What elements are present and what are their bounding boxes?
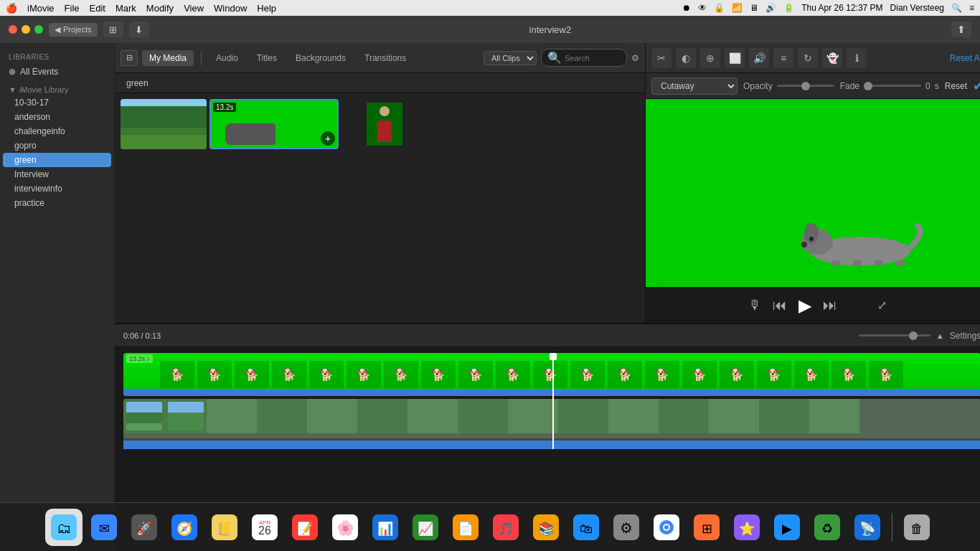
help-menu[interactable]: Help — [257, 3, 276, 14]
dock-pages[interactable]: 📄 — [447, 509, 484, 546]
sidebar-item-10-30-17[interactable]: 10-30-17 — [0, 95, 114, 110]
dog-preview — [774, 197, 932, 269]
settings-button[interactable]: Settings — [950, 331, 980, 341]
dock-photos[interactable]: 🌸 — [326, 509, 364, 546]
clip-green-dog[interactable]: 13.2s + — [209, 99, 339, 149]
filter-icon[interactable]: 👻 — [822, 48, 842, 68]
hue-icon[interactable]: ⊕ — [700, 48, 720, 68]
info-icon[interactable]: ℹ — [847, 48, 867, 68]
dock-mosaic[interactable]: ⊞ — [688, 509, 725, 546]
tab-backgrounds[interactable]: Backgrounds — [288, 50, 353, 66]
view-menu[interactable]: View — [184, 3, 204, 14]
dock-imovie[interactable]: ⭐ — [728, 509, 765, 546]
reset-all-button[interactable]: Reset All — [950, 53, 980, 63]
dock-launchpad[interactable]: 🚀 — [126, 509, 163, 546]
dock-mail[interactable]: ✉ — [85, 509, 123, 546]
skip-back-button[interactable]: ⏮ — [773, 297, 787, 314]
reset-button[interactable]: Reset — [945, 81, 967, 91]
cutaway-bar: Cutaway Opacity Fade 0 s Reset ✔ — [646, 73, 980, 99]
dock-appstore[interactable]: 🛍 — [567, 509, 605, 546]
fullscreen-button[interactable]: ⤢ — [877, 298, 887, 312]
park-frame-12 — [659, 399, 709, 433]
file-menu[interactable]: File — [65, 3, 80, 14]
list-icon[interactable]: ≡ — [969, 3, 974, 13]
minimize-button[interactable] — [22, 25, 30, 34]
tab-titles[interactable]: Titles — [250, 50, 284, 66]
sidebar-item-all-events[interactable]: ⊕ All Events — [0, 64, 114, 80]
dock-reminders[interactable]: 📝 — [286, 509, 324, 546]
filter-button[interactable]: ⚙ — [631, 53, 639, 63]
svg-rect-7 — [875, 260, 883, 266]
clips-select[interactable]: All Clips — [484, 51, 537, 65]
mark-menu[interactable]: Mark — [116, 3, 136, 14]
svg-rect-6 — [853, 260, 862, 266]
track-frame-19: 🐕 — [831, 361, 866, 388]
modify-menu[interactable]: Modify — [146, 3, 174, 14]
grid-toggle-button[interactable]: ⊟ — [121, 50, 138, 66]
maximize-button[interactable] — [34, 25, 43, 34]
search-bar[interactable]: 🔍 — [541, 49, 627, 67]
fade-slider[interactable] — [864, 85, 921, 87]
dock-quicktime[interactable]: ▶ — [768, 509, 806, 546]
dock-chrome[interactable] — [648, 509, 685, 546]
stabilize-icon[interactable]: ⬜ — [725, 48, 745, 68]
zoom-slider[interactable] — [859, 334, 930, 336]
clip-park[interactable] — [121, 99, 207, 149]
confirm-button[interactable]: ✔ — [973, 78, 980, 94]
sidebar-item-interviewinfo[interactable]: interviewinfo — [0, 182, 114, 196]
sidebar-item-practice[interactable]: practice — [0, 196, 114, 210]
crop-icon[interactable]: ✂ — [651, 48, 672, 68]
window-menu[interactable]: Window — [214, 3, 247, 14]
close-button[interactable] — [9, 25, 17, 34]
rotate-icon[interactable]: ↻ — [798, 48, 818, 68]
dock-music[interactable]: 🎵 — [487, 509, 524, 546]
dock-books[interactable]: 📚 — [527, 509, 565, 546]
tab-my-media[interactable]: My Media — [142, 50, 194, 66]
dock-calendar[interactable]: APR26 — [246, 509, 283, 546]
skip-forward-button[interactable]: ⏭ — [823, 297, 837, 314]
dock-safari[interactable]: 🧭 — [166, 509, 203, 546]
play-button[interactable]: ▶ — [798, 296, 811, 316]
mic-button[interactable]: 🎙 — [748, 298, 761, 313]
clip-person[interactable] — [341, 99, 428, 149]
edit-menu[interactable]: Edit — [90, 3, 105, 14]
park-frame-7 — [407, 399, 458, 433]
track-frame-9: 🐕 — [458, 361, 493, 388]
back-icon: ◀ — [55, 25, 60, 34]
dock-finder[interactable]: 🗂 — [45, 509, 83, 546]
search-input[interactable] — [565, 54, 622, 62]
projects-button[interactable]: ◀ Projects — [49, 23, 98, 37]
dock-trash[interactable]: 🗑 — [898, 509, 936, 546]
svg-point-4 — [809, 237, 814, 241]
sidebar-item-challengeinfo[interactable]: challengeinfo — [0, 124, 114, 138]
grid-view-button[interactable]: ⊞ — [103, 22, 123, 37]
tab-transitions[interactable]: Transitions — [357, 50, 413, 66]
sidebar-item-green[interactable]: green — [3, 153, 111, 167]
svg-point-43 — [664, 525, 669, 529]
add-clip-button[interactable]: + — [321, 131, 335, 146]
audio-icon[interactable]: 🔊 — [749, 48, 769, 68]
color-icon[interactable]: ◐ — [676, 48, 696, 68]
cutaway-select[interactable]: Cutaway — [651, 77, 738, 95]
speed-icon[interactable]: ≡ — [773, 48, 793, 68]
sidebar-item-interview[interactable]: Interview — [0, 167, 114, 182]
share-button[interactable]: ⬆ — [951, 22, 971, 37]
dock-numbers[interactable]: 📈 — [407, 509, 444, 546]
track-frame-15: 🐕 — [682, 361, 717, 388]
tab-audio[interactable]: Audio — [209, 50, 245, 66]
dock-prefs[interactable]: ⚙ — [608, 509, 645, 546]
dock-airdrop[interactable]: 📡 — [849, 509, 886, 546]
imovie-library-section[interactable]: ▼ iMovie Library — [0, 80, 114, 95]
track-frame-14: 🐕 — [645, 361, 679, 388]
sidebar-item-gopro[interactable]: gopro — [0, 138, 114, 153]
apple-menu[interactable]: 🍎 — [6, 3, 17, 14]
dock-notes[interactable]: 📒 — [206, 509, 243, 546]
playback-controls: 🎙 ⏮ ▶ ⏭ ⤢ — [646, 287, 980, 323]
dock-recycle[interactable]: ♻ — [809, 509, 846, 546]
imovie-menu[interactable]: iMovie — [27, 3, 55, 14]
dock-keynote[interactable]: 📊 — [367, 509, 404, 546]
down-button[interactable]: ⬇ — [129, 22, 149, 37]
search-icon[interactable]: 🔍 — [951, 3, 962, 13]
opacity-slider[interactable] — [777, 85, 834, 87]
sidebar-item-anderson[interactable]: anderson — [0, 110, 114, 124]
